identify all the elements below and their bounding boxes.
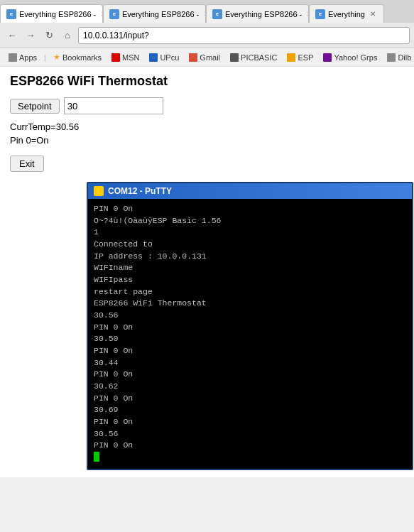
putty-title: COM12 - PuTTY [108,186,172,196]
home-button[interactable]: ⌂ [60,28,75,43]
page-content: ESP8266 WiFi Thermostat Setpoint CurrTem… [0,67,414,477]
terminal-line: 30.56 [94,310,406,322]
setpoint-input[interactable] [64,97,163,114]
tab-3-label: Everything ESP8266 - [225,10,302,18]
bookmark-msn[interactable]: MSN [107,52,143,63]
exit-button[interactable]: Exit [10,156,44,172]
nav-bar: ← → ↻ ⌂ [0,23,414,48]
terminal-line: IP address : 10.0.0.131 [94,251,406,263]
putty-icon: ⚡ [94,186,104,196]
terminal-line: 30.50 [94,333,406,345]
back-button[interactable]: ← [4,28,20,43]
bookmark-gmail-label: Gmail [200,53,220,62]
browser-tabs: e Everything ESP8266 - ✕ e Everything ES… [0,0,414,23]
curr-temp: CurrTemp=30.56 [10,121,404,132]
terminal-line: PIN 0 On [94,203,406,215]
bookmark-yahoo-label: Yahoo! Grps [334,53,377,62]
setpoint-row: Setpoint [10,97,404,114]
bookmark-upcu-label: UPcu [160,53,179,62]
tab-4-icon: e [315,9,325,19]
gmail-icon [189,53,197,62]
reload-button[interactable]: ↻ [41,28,57,43]
terminal-line: PIN 0 On [94,345,406,357]
bookmark-upcu[interactable]: UPcu [145,52,183,63]
tab-1-icon: e [6,9,16,19]
esp-icon [287,53,295,62]
apps-icon [9,53,17,62]
terminal-line: O~?4ù!(OàaùÿESP Basic 1.56 [94,215,406,227]
bookmark-bookmarks-label: Bookmarks [62,53,102,62]
terminal-line: PIN 0 On [94,322,406,334]
putty-terminal[interactable]: PIN 0 OnO~?4ù!(OàaùÿESP Basic 1.561Conne… [88,199,412,469]
bookmark-esp-label: ESP [298,53,313,62]
terminal-line: 30.69 [94,404,406,416]
bookmark-esp[interactable]: ESP [283,52,317,63]
terminal-line: 30.56 [94,428,406,440]
tab-3-icon: e [212,9,222,19]
dilb-icon [387,53,396,62]
bookmark-apps[interactable]: Apps [4,52,41,63]
bookmark-dilb[interactable]: Dilb [383,52,414,63]
page-title: ESP8266 WiFi Thermostat [10,74,404,89]
picbasic-icon [230,53,239,62]
tab-4-close[interactable]: ✕ [368,9,378,19]
bookmark-picbasic[interactable]: PICBASIC [226,52,281,63]
bookmark-picbasic-label: PICBASIC [241,53,277,62]
tab-4-label: Everything [328,10,365,18]
putty-titlebar: ⚡ COM12 - PuTTY [88,183,412,199]
terminal-line: WIFIname [94,262,406,274]
tab-2-label: Everything ESP8266 - [122,10,199,18]
bookmark-bookmarks[interactable]: ★ Bookmarks [49,51,106,63]
bookmark-dilb-label: Dilb [398,53,411,62]
bookmarks-bar: Apps | ★ Bookmarks MSN UPcu Gmail PICBAS… [0,48,414,67]
tab-2-icon: e [109,9,119,19]
separator-1: | [43,53,48,62]
tab-4[interactable]: e Everything ✕ [309,4,384,23]
terminal-line: PIN 0 On [94,369,406,381]
bookmark-yahoo[interactable]: Yahoo! Grps [319,52,381,63]
forward-button[interactable]: → [23,28,38,43]
terminal-line: 1 [94,227,406,239]
terminal-line: 30.44 [94,357,406,369]
msn-icon [111,53,120,62]
terminal-line: PIN 0 On [94,440,406,452]
pin-status: Pin 0=On [10,135,404,146]
upcu-icon [149,53,158,62]
tab-1-label: Everything ESP8266 - [19,10,96,18]
tab-2[interactable]: e Everything ESP8266 - ✕ [103,4,206,23]
terminal-line: restart page [94,286,406,298]
setpoint-button[interactable]: Setpoint [10,99,60,114]
address-bar[interactable] [78,27,410,44]
star-icon: ★ [53,53,60,62]
terminal-line: 30.62 [94,381,406,393]
bookmark-apps-label: Apps [19,53,37,62]
bookmark-gmail[interactable]: Gmail [185,52,224,63]
terminal-line: PIN 0 On [94,393,406,405]
terminal-line: PIN 0 On [94,416,406,428]
tab-3[interactable]: e Everything ESP8266 - ✕ [206,4,309,23]
putty-window: ⚡ COM12 - PuTTY PIN 0 OnO~?4ù!(OàaùÿESP … [87,182,413,470]
terminal-line: WIFIpass [94,274,406,286]
tab-1-close[interactable]: ✕ [99,9,103,19]
yahoo-icon [323,53,332,62]
tab-1[interactable]: e Everything ESP8266 - ✕ [0,4,103,23]
terminal-cursor [94,452,99,462]
terminal-line: Connected to [94,239,406,251]
bookmark-msn-label: MSN [122,53,139,62]
terminal-line: ESP8266 WiFi Thermostat [94,298,406,310]
